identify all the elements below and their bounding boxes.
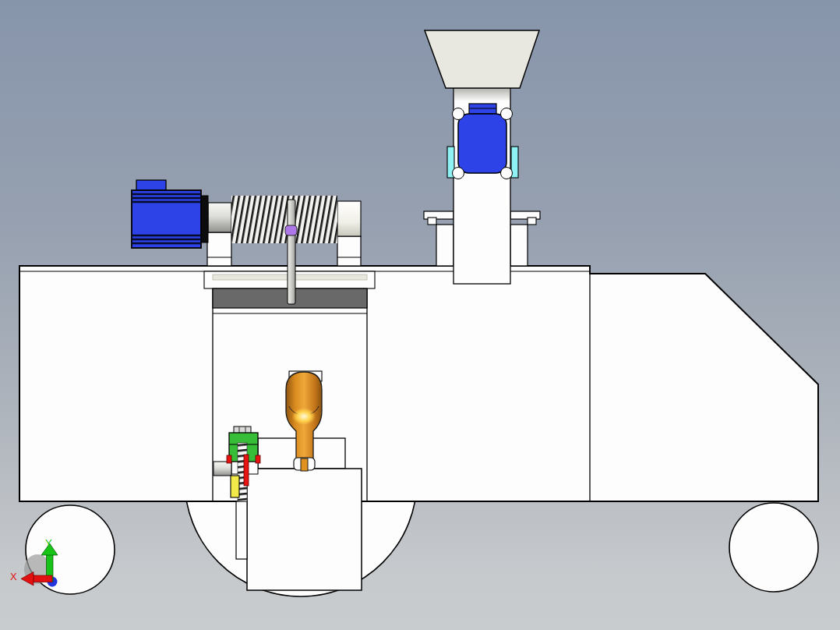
- conveyor-shaft-left: [208, 203, 231, 232]
- auger-highlight: [292, 408, 316, 425]
- duct-flange-notch-left: [428, 218, 436, 225]
- conveyor-support-left: [207, 232, 231, 266]
- conveyor-support-right: [337, 236, 361, 266]
- clamp-pin-left: [227, 455, 231, 463]
- clamp-slider[interactable]: [231, 476, 239, 497]
- screw-conveyor-spring[interactable]: [231, 196, 337, 243]
- duct-wall-left: [436, 225, 454, 266]
- side-strip-box[interactable]: [236, 501, 247, 559]
- clamp-pin-bar: [244, 455, 249, 486]
- feeder-motor[interactable]: [458, 114, 506, 173]
- drive-motor-tab: [136, 180, 166, 190]
- x-axis-label: X: [10, 571, 17, 582]
- pusher-rod[interactable]: [288, 200, 295, 304]
- rod-collar: [285, 225, 297, 235]
- duct-flange-notch-right: [528, 218, 536, 225]
- hopper-funnel[interactable]: [425, 30, 539, 88]
- conveyor-end-cylinder: [337, 201, 361, 236]
- auger-rod-tip: [301, 458, 308, 471]
- clamp-axle-cylinder: [214, 462, 231, 476]
- pedestal-outer-box[interactable]: [247, 469, 362, 590]
- y-axis-label: Y: [45, 537, 52, 549]
- clamp-pin-right: [256, 455, 260, 463]
- cad-viewport[interactable]: X Y: [0, 0, 840, 630]
- duct-wall-right: [510, 225, 528, 266]
- rear-wheel[interactable]: [729, 503, 818, 592]
- chassis-body[interactable]: [19, 266, 818, 501]
- x-axis-shaft: [34, 575, 52, 582]
- machine-drawing: X Y: [0, 0, 840, 630]
- feed-duct-shade: [454, 88, 510, 101]
